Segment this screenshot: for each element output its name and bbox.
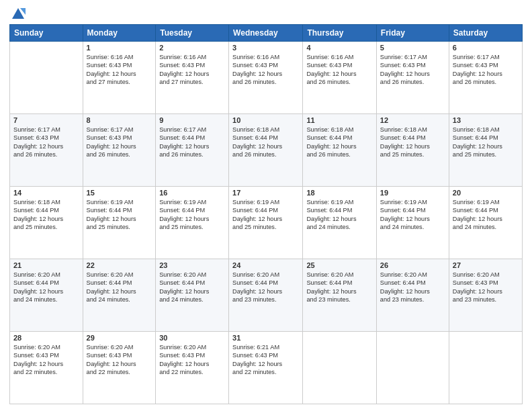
- week-row: 7Sunrise: 6:17 AM Sunset: 6:43 PM Daylig…: [10, 114, 523, 187]
- weekday-header: Wednesday: [229, 25, 303, 42]
- day-cell: 22Sunrise: 6:20 AM Sunset: 6:44 PM Dayli…: [83, 259, 156, 332]
- day-cell: 8Sunrise: 6:17 AM Sunset: 6:43 PM Daylig…: [83, 114, 156, 187]
- day-number: 6: [453, 44, 519, 52]
- day-number: 19: [380, 189, 445, 197]
- weekday-header: Sunday: [10, 25, 83, 42]
- day-number: 16: [159, 189, 225, 197]
- day-info: Sunrise: 6:18 AM Sunset: 6:44 PM Dayligh…: [453, 126, 519, 159]
- day-number: 18: [306, 189, 372, 197]
- day-cell: 3Sunrise: 6:16 AM Sunset: 6:43 PM Daylig…: [229, 42, 303, 114]
- day-info: Sunrise: 6:16 AM Sunset: 6:43 PM Dayligh…: [87, 53, 152, 87]
- logo: [9, 7, 26, 19]
- day-cell: 12Sunrise: 6:18 AM Sunset: 6:44 PM Dayli…: [376, 114, 449, 187]
- weekday-header: Saturday: [449, 25, 522, 42]
- day-info: Sunrise: 6:18 AM Sunset: 6:44 PM Dayligh…: [232, 126, 299, 159]
- day-cell: 13Sunrise: 6:18 AM Sunset: 6:44 PM Dayli…: [449, 114, 522, 187]
- day-info: Sunrise: 6:18 AM Sunset: 6:44 PM Dayligh…: [13, 198, 79, 232]
- day-cell: 17Sunrise: 6:19 AM Sunset: 6:44 PM Dayli…: [229, 187, 303, 259]
- weekday-header: Friday: [376, 25, 449, 42]
- day-number: 30: [159, 334, 225, 342]
- day-number: 27: [453, 261, 519, 269]
- day-info: Sunrise: 6:20 AM Sunset: 6:43 PM Dayligh…: [13, 343, 79, 377]
- day-cell: 28Sunrise: 6:20 AM Sunset: 6:43 PM Dayli…: [10, 332, 83, 404]
- day-info: Sunrise: 6:16 AM Sunset: 6:43 PM Dayligh…: [159, 53, 225, 87]
- page: SundayMondayTuesdayWednesdayThursdayFrid…: [0, 0, 532, 411]
- day-cell: 31Sunrise: 6:21 AM Sunset: 6:43 PM Dayli…: [229, 332, 303, 404]
- day-info: Sunrise: 6:18 AM Sunset: 6:44 PM Dayligh…: [306, 126, 372, 159]
- day-info: Sunrise: 6:19 AM Sunset: 6:44 PM Dayligh…: [453, 198, 519, 232]
- day-info: Sunrise: 6:20 AM Sunset: 6:43 PM Dayligh…: [159, 343, 225, 377]
- day-cell: 14Sunrise: 6:18 AM Sunset: 6:44 PM Dayli…: [10, 187, 83, 259]
- day-number: 25: [306, 261, 372, 269]
- day-number: 11: [306, 116, 372, 124]
- header-row: SundayMondayTuesdayWednesdayThursdayFrid…: [10, 25, 523, 42]
- day-number: 7: [13, 116, 79, 124]
- logo-icon: [11, 7, 26, 21]
- weekday-header: Monday: [83, 25, 156, 42]
- day-cell: 7Sunrise: 6:17 AM Sunset: 6:43 PM Daylig…: [10, 114, 83, 187]
- day-info: Sunrise: 6:20 AM Sunset: 6:44 PM Dayligh…: [232, 271, 299, 304]
- week-row: 1Sunrise: 6:16 AM Sunset: 6:43 PM Daylig…: [10, 42, 523, 114]
- day-cell: 25Sunrise: 6:20 AM Sunset: 6:44 PM Dayli…: [303, 259, 376, 332]
- day-number: 21: [13, 261, 79, 269]
- day-cell: 24Sunrise: 6:20 AM Sunset: 6:44 PM Dayli…: [229, 259, 303, 332]
- day-cell: 30Sunrise: 6:20 AM Sunset: 6:43 PM Dayli…: [156, 332, 229, 404]
- day-info: Sunrise: 6:18 AM Sunset: 6:44 PM Dayligh…: [380, 126, 445, 159]
- day-number: 4: [306, 44, 372, 52]
- day-number: 29: [87, 334, 152, 342]
- day-info: Sunrise: 6:20 AM Sunset: 6:44 PM Dayligh…: [13, 271, 79, 304]
- day-info: Sunrise: 6:17 AM Sunset: 6:43 PM Dayligh…: [13, 126, 79, 159]
- day-info: Sunrise: 6:20 AM Sunset: 6:44 PM Dayligh…: [306, 271, 372, 304]
- day-cell: 29Sunrise: 6:20 AM Sunset: 6:43 PM Dayli…: [83, 332, 156, 404]
- day-cell: 16Sunrise: 6:19 AM Sunset: 6:44 PM Dayli…: [156, 187, 229, 259]
- day-info: Sunrise: 6:16 AM Sunset: 6:43 PM Dayligh…: [232, 53, 299, 87]
- weekday-header: Thursday: [303, 25, 376, 42]
- week-row: 28Sunrise: 6:20 AM Sunset: 6:43 PM Dayli…: [10, 332, 523, 404]
- day-number: 28: [13, 334, 79, 342]
- day-info: Sunrise: 6:19 AM Sunset: 6:44 PM Dayligh…: [232, 198, 299, 232]
- header: [9, 7, 523, 19]
- day-cell: 27Sunrise: 6:20 AM Sunset: 6:43 PM Dayli…: [449, 259, 522, 332]
- day-number: 15: [87, 189, 152, 197]
- day-cell: [449, 332, 522, 404]
- day-number: 2: [159, 44, 225, 52]
- day-cell: 4Sunrise: 6:16 AM Sunset: 6:43 PM Daylig…: [303, 42, 376, 114]
- day-number: 8: [87, 116, 152, 124]
- day-cell: 18Sunrise: 6:19 AM Sunset: 6:44 PM Dayli…: [303, 187, 376, 259]
- day-number: 12: [380, 116, 445, 124]
- day-number: 5: [380, 44, 445, 52]
- day-cell: 9Sunrise: 6:17 AM Sunset: 6:44 PM Daylig…: [156, 114, 229, 187]
- day-number: 10: [232, 116, 299, 124]
- day-info: Sunrise: 6:17 AM Sunset: 6:43 PM Dayligh…: [453, 53, 519, 87]
- day-cell: 21Sunrise: 6:20 AM Sunset: 6:44 PM Dayli…: [10, 259, 83, 332]
- day-cell: [10, 42, 83, 114]
- day-number: 26: [380, 261, 445, 269]
- day-number: 24: [232, 261, 299, 269]
- day-info: Sunrise: 6:19 AM Sunset: 6:44 PM Dayligh…: [380, 198, 445, 232]
- day-info: Sunrise: 6:20 AM Sunset: 6:44 PM Dayligh…: [380, 271, 445, 304]
- day-number: 9: [159, 116, 225, 124]
- day-cell: 15Sunrise: 6:19 AM Sunset: 6:44 PM Dayli…: [83, 187, 156, 259]
- day-info: Sunrise: 6:19 AM Sunset: 6:44 PM Dayligh…: [306, 198, 372, 232]
- day-info: Sunrise: 6:20 AM Sunset: 6:43 PM Dayligh…: [87, 343, 152, 377]
- day-number: 23: [159, 261, 225, 269]
- day-info: Sunrise: 6:20 AM Sunset: 6:43 PM Dayligh…: [453, 271, 519, 304]
- day-info: Sunrise: 6:19 AM Sunset: 6:44 PM Dayligh…: [159, 198, 225, 232]
- day-info: Sunrise: 6:20 AM Sunset: 6:44 PM Dayligh…: [159, 271, 225, 304]
- week-row: 14Sunrise: 6:18 AM Sunset: 6:44 PM Dayli…: [10, 187, 523, 259]
- day-cell: 10Sunrise: 6:18 AM Sunset: 6:44 PM Dayli…: [229, 114, 303, 187]
- day-cell: 26Sunrise: 6:20 AM Sunset: 6:44 PM Dayli…: [376, 259, 449, 332]
- weekday-header: Tuesday: [156, 25, 229, 42]
- day-number: 1: [87, 44, 152, 52]
- day-cell: [303, 332, 376, 404]
- day-cell: 1Sunrise: 6:16 AM Sunset: 6:43 PM Daylig…: [83, 42, 156, 114]
- day-number: 13: [453, 116, 519, 124]
- day-info: Sunrise: 6:17 AM Sunset: 6:43 PM Dayligh…: [87, 126, 152, 159]
- day-cell: 19Sunrise: 6:19 AM Sunset: 6:44 PM Dayli…: [376, 187, 449, 259]
- day-info: Sunrise: 6:21 AM Sunset: 6:43 PM Dayligh…: [232, 343, 299, 377]
- day-info: Sunrise: 6:16 AM Sunset: 6:43 PM Dayligh…: [306, 53, 372, 87]
- day-info: Sunrise: 6:17 AM Sunset: 6:44 PM Dayligh…: [159, 126, 225, 159]
- day-cell: [376, 332, 449, 404]
- day-info: Sunrise: 6:17 AM Sunset: 6:43 PM Dayligh…: [380, 53, 445, 87]
- day-cell: 11Sunrise: 6:18 AM Sunset: 6:44 PM Dayli…: [303, 114, 376, 187]
